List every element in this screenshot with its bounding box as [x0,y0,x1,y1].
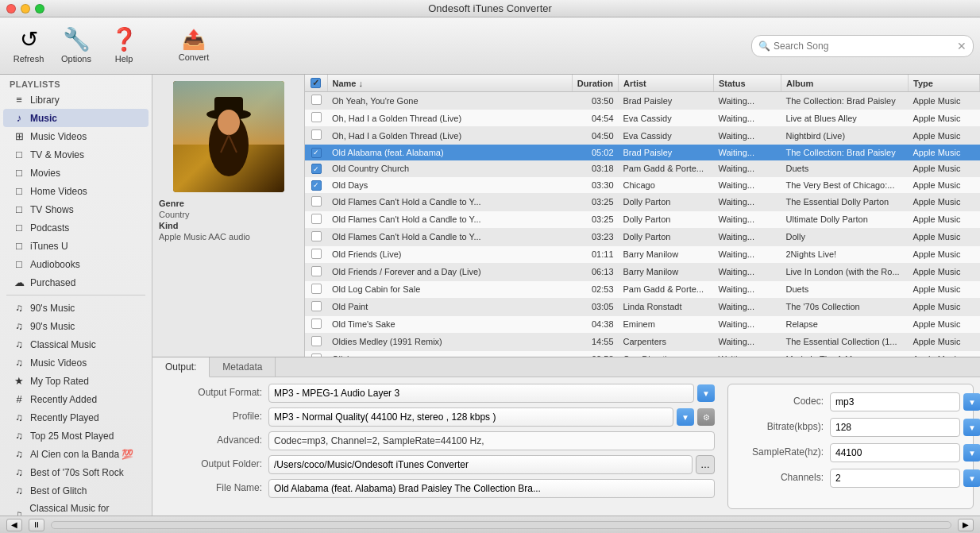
sidebar-item-best-glitch[interactable]: ♫ Best of Glitch [3,481,149,500]
row-checkbox[interactable] [311,112,322,122]
sidebar-item-purchased[interactable]: ☁ Purchased [3,273,149,292]
close-button[interactable] [6,4,16,14]
table-row[interactable]: ✓Old Country Church03:18Pam Gadd & Porte… [305,160,980,177]
bitrate-input[interactable] [830,418,960,437]
convert-button[interactable]: 📤 Convert [168,22,219,70]
sidebar-item-best-70s[interactable]: ♫ Best of '70s Soft Rock [3,463,149,481]
song-table-wrapper[interactable]: ✓ Name ↓ Duration Artist Status Album Ty… [305,75,980,357]
sidebar-item-music[interactable]: ♪ Music [3,109,149,127]
channels-label: Channels: [736,469,824,488]
status-pause-button[interactable]: ⏸ [29,519,44,531]
channels-dropdown[interactable]: ▼ [963,469,980,487]
col-header-duration[interactable]: Duration [572,75,618,92]
row-checkbox[interactable] [311,214,322,224]
row-checkbox[interactable] [311,336,322,346]
row-checkbox[interactable] [311,319,322,329]
sidebar-item-music-videos-2[interactable]: ♫ Music Videos [3,353,149,372]
col-header-status[interactable]: Status [714,75,781,92]
row-name: Oldies Medley (1991 Remix) [327,333,572,350]
table-row[interactable]: ✓Old Alabama (feat. Alabama)05:02Brad Pa… [305,145,980,161]
sidebar-item-ai-cien[interactable]: ♫ Al Cien con la Banda 💯 [3,445,149,463]
sidebar-item-90s-music-2[interactable]: ♫ 90's Music [3,317,149,335]
row-duration: 02:53 [572,280,618,298]
col-header-album[interactable]: Album [781,75,909,92]
row-checkbox[interactable]: ✓ [311,148,322,158]
sidebar-item-recently-played[interactable]: ♫ Recently Played [3,408,149,427]
output-format-input[interactable] [268,384,694,403]
sidebar-item-itunes-u[interactable]: □ iTunes U [3,237,149,255]
sidebar-item-recently-added[interactable]: # Recently Added [3,390,149,408]
bitrate-dropdown[interactable]: ▼ [963,419,980,436]
search-clear-icon[interactable]: ✕ [957,40,966,52]
row-checkbox[interactable] [311,196,322,207]
col-header-artist[interactable]: Artist [619,75,714,92]
select-all-checkbox[interactable]: ✓ [311,78,321,88]
status-right-button[interactable]: ▶ [958,519,974,531]
tab-output[interactable]: Output: [152,357,210,377]
row-checkbox[interactable]: ✓ [311,180,322,191]
row-checkbox[interactable] [311,95,322,105]
help-button[interactable]: ❓ Help [102,22,146,70]
table-row[interactable]: Olivia02:58One DirectionWaiting...Made I… [305,350,980,357]
table-row[interactable]: Old Time's Sake04:38EminemWaiting...Rela… [305,315,980,333]
sidebar-item-my-top-rated[interactable]: ★ My Top Rated [3,372,149,390]
table-row[interactable]: Old Flames Can't Hold a Candle to Y...03… [305,193,980,210]
col-header-check[interactable]: ✓ [305,75,327,92]
table-row[interactable]: ✓Old Days03:30ChicagoWaiting...The Very … [305,177,980,194]
sidebar-item-movies[interactable]: □ Movies [3,164,149,182]
browse-folder-button[interactable]: … [696,455,715,474]
profile-settings[interactable]: ⚙ [697,408,715,426]
table-row[interactable]: Old Paint03:05Linda RonstadtWaiting...Th… [305,298,980,315]
col-header-type[interactable]: Type [909,75,980,92]
sidebar-item-library[interactable]: ≡ Library [3,91,149,109]
table-row[interactable]: Old Log Cabin for Sale02:53Pam Gadd & Po… [305,280,980,298]
sidebar-item-tv-shows[interactable]: □ TV Shows [3,200,149,218]
options-button[interactable]: 🔧 Options [54,22,98,70]
row-checkbox[interactable] [311,249,322,259]
sidebar-item-audiobooks[interactable]: □ Audiobooks [3,255,149,273]
profile-input[interactable] [268,407,673,427]
sidebar-item-tv-movies[interactable]: □ TV & Movies [3,145,149,164]
table-row[interactable]: Old Flames Can't Hold a Candle to Y...03… [305,210,980,228]
col-header-name[interactable]: Name ↓ [327,75,572,92]
toolbar: ↺ Refresh 🔧 Options ❓ Help 📤 Convert 🔍 ✕ [0,17,980,75]
maximize-button[interactable] [35,4,44,14]
table-row[interactable]: Oh, Had I a Golden Thread (Live)04:50Eva… [305,127,980,145]
table-row[interactable]: Old Friends (Live)01:11Barry ManilowWait… [305,245,980,263]
minimize-button[interactable] [21,4,30,14]
table-row[interactable]: Old Friends / Forever and a Day (Live)06… [305,263,980,280]
sidebar-item-90s-music-1[interactable]: ♫ 90's Music [3,299,149,317]
profile-dropdown[interactable]: ▼ [677,408,694,426]
row-checkbox[interactable] [311,231,322,241]
codec-dropdown[interactable]: ▼ [963,393,980,411]
row-checkbox[interactable] [311,284,322,294]
samplerate-dropdown[interactable]: ▼ [963,444,980,462]
samplerate-input[interactable] [830,443,960,462]
sidebar-item-classical[interactable]: ♫ Classical Music [3,335,149,353]
row-checkbox[interactable] [311,301,322,311]
output-folder-input[interactable] [268,455,693,474]
tab-metadata[interactable]: Metadata [210,357,276,377]
sidebar-item-music-videos[interactable]: ⊞ Music Videos [3,127,149,145]
row-checkbox[interactable] [311,129,322,140]
table-row[interactable]: Oh, Had I a Golden Thread (Live)04:54Eva… [305,110,980,127]
channels-input[interactable] [830,469,960,488]
row-checkbox[interactable] [311,266,322,276]
table-row[interactable]: Old Flames Can't Hold a Candle to Y...03… [305,228,980,245]
status-prev-button[interactable]: ◀ [6,519,22,531]
sidebar-item-podcasts[interactable]: □ Podcasts [3,218,149,237]
file-name-input[interactable] [268,479,715,498]
window-controls[interactable] [6,4,44,14]
codec-input[interactable] [830,392,960,411]
sidebar-label-classical-royalty: Classical Music for Royalty [29,503,139,516]
search-input[interactable] [774,41,957,52]
status-scrollbar[interactable] [51,521,951,529]
row-checkbox[interactable]: ✓ [311,164,322,174]
sidebar-item-home-videos[interactable]: □ Home Videos [3,182,149,200]
sidebar-item-top-25[interactable]: ♫ Top 25 Most Played [3,427,149,445]
sidebar-item-classical-royalty[interactable]: ♫ Classical Music for Royalty [3,500,149,516]
table-row[interactable]: Oh Yeah, You're Gone03:50Brad PaisleyWai… [305,92,980,110]
output-format-dropdown[interactable]: ▼ [697,384,715,402]
refresh-button[interactable]: ↺ Refresh [6,22,51,70]
table-row[interactable]: Oldies Medley (1991 Remix)14:55Carpenter… [305,333,980,350]
